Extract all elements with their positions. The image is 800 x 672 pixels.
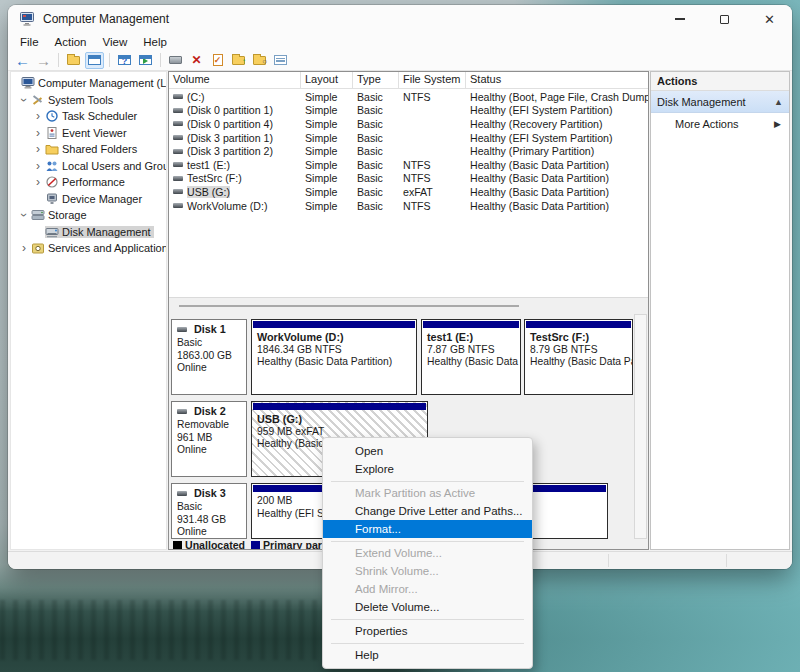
tree-item-label: Device Manager <box>62 193 142 205</box>
horizontal-scrollbar[interactable] <box>169 297 648 314</box>
tree-item-event-viewer[interactable]: › Event Viewer <box>11 125 166 142</box>
disk-icon <box>177 327 187 332</box>
close-button[interactable]: ✕ <box>747 5 792 33</box>
volume-layout: Simple <box>301 132 353 144</box>
volume-type: Basic <box>353 159 399 171</box>
folder-search-icon[interactable]: ○ <box>250 52 269 69</box>
disk-1-row: Disk 1 Basic 1863.00 GB Online WorkVolum… <box>171 319 633 395</box>
volume-name: WorkVolume (D:) <box>187 200 267 212</box>
delete-icon[interactable]: ✕ <box>187 52 206 69</box>
volume-row-disk3-p2[interactable]: (Disk 3 partition 2) Simple Basic Health… <box>169 144 648 158</box>
volume-row-disk0-p4[interactable]: (Disk 0 partition 4) Simple Basic Health… <box>169 117 648 131</box>
tree-item-services-applications[interactable]: › Services and Applications <box>11 240 166 257</box>
chevron-right-icon[interactable]: › <box>31 126 45 140</box>
volume-row-usb[interactable]: USB (G:) Simple Basic exFAT Healthy (Bas… <box>169 185 648 199</box>
chevron-right-icon[interactable]: › <box>31 159 45 173</box>
forward-arrow-icon[interactable]: → <box>34 52 53 69</box>
attach-vhd-drive-icon[interactable] <box>166 52 185 69</box>
menu-item-delete-volume[interactable]: Delete Volume... <box>323 598 532 616</box>
tree-item-disk-management[interactable]: Disk Management <box>11 224 166 241</box>
up-level-folder-icon[interactable] <box>64 52 83 69</box>
column-layout[interactable]: Layout <box>301 72 353 88</box>
column-file-system[interactable]: File System <box>399 72 466 88</box>
vertical-scrollbar[interactable] <box>634 314 647 539</box>
drive-icon <box>173 162 183 167</box>
chevron-right-icon[interactable]: › <box>31 109 45 123</box>
volume-row-disk3-p1[interactable]: (Disk 3 partition 1) Simple Basic Health… <box>169 131 648 145</box>
more-actions-item[interactable]: More Actions ▶ <box>651 113 789 134</box>
app-icon <box>20 12 35 26</box>
menu-separator <box>331 481 524 482</box>
volume-type: Basic <box>353 91 399 103</box>
chevron-right-icon[interactable]: › <box>31 142 45 156</box>
column-type[interactable]: Type <box>353 72 399 88</box>
actions-group-label: Disk Management <box>657 96 746 108</box>
volume-name: (Disk 0 partition 1) <box>187 104 273 116</box>
menu-item-format[interactable]: Format... <box>323 520 532 538</box>
chevron-right-icon[interactable]: › <box>31 175 45 189</box>
titlebar[interactable]: Computer Management ✕ <box>8 5 792 33</box>
chevron-down-icon[interactable]: › <box>17 208 31 222</box>
menu-view[interactable]: View <box>95 35 136 49</box>
volume-row-disk0-p1[interactable]: (Disk 0 partition 1) Simple Basic Health… <box>169 104 648 118</box>
volume-layout: Simple <box>301 145 353 157</box>
volume-type: Basic <box>353 186 399 198</box>
tree-item-label: Disk Management <box>62 226 151 238</box>
partition-name: USB (G:) <box>257 413 422 426</box>
scrollbar-thumb[interactable] <box>179 305 519 307</box>
disk-1-label[interactable]: Disk 1 Basic 1863.00 GB Online <box>171 319 247 395</box>
drive-icon <box>173 189 183 194</box>
disk-3-label[interactable]: Disk 3 Basic 931.48 GB Online <box>171 483 247 539</box>
tree-item-shared-folders[interactable]: › Shared Folders <box>11 141 166 158</box>
volume-row-test1[interactable]: test1 (E:) Simple Basic NTFS Healthy (Ba… <box>169 158 648 172</box>
disk-icon <box>177 491 187 496</box>
console-tree-toggle-icon[interactable] <box>85 52 104 69</box>
collapse-arrow-icon[interactable]: ▲ <box>774 97 783 107</box>
event-viewer-icon <box>45 127 59 139</box>
column-status[interactable]: Status <box>466 72 648 88</box>
new-window-icon[interactable] <box>136 52 155 69</box>
menu-item-change-drive-letter[interactable]: Change Drive Letter and Paths... <box>323 502 532 520</box>
menu-item-explore[interactable]: Explore <box>323 460 532 478</box>
menu-action[interactable]: Action <box>47 35 95 49</box>
tree-item-system-tools[interactable]: › System Tools <box>11 92 166 109</box>
disk-size: 931.48 GB <box>177 514 246 527</box>
tree-item-label: Performance <box>62 176 125 188</box>
details-list-icon[interactable] <box>271 52 290 69</box>
volume-row-c[interactable]: (C:) Simple Basic NTFS Healthy (Boot, Pa… <box>169 90 648 104</box>
folder-up-icon[interactable]: ↑ <box>229 52 248 69</box>
disk-2-label[interactable]: Disk 2 Removable 961 MB Online <box>171 401 247 477</box>
volume-name-selected: USB (G:) <box>187 186 230 198</box>
maximize-button[interactable] <box>702 5 747 33</box>
volume-row-testsrc[interactable]: TestSrc (F:) Simple Basic NTFS Healthy (… <box>169 172 648 186</box>
menu-item-help[interactable]: Help <box>323 646 532 664</box>
back-arrow-icon[interactable]: ← <box>13 52 32 69</box>
minimize-button[interactable] <box>657 5 702 33</box>
help-icon[interactable]: ? <box>115 52 134 69</box>
tree-item-local-users-groups[interactable]: › Local Users and Groups <box>11 158 166 175</box>
partition-test1[interactable]: test1 (E:) 7.87 GB NTFS Healthy (Basic D… <box>421 319 521 395</box>
tree-item-performance[interactable]: › Performance <box>11 174 166 191</box>
menu-file[interactable]: File <box>12 35 47 49</box>
partition-workvolume[interactable]: WorkVolume (D:) 1846.34 GB NTFS Healthy … <box>251 319 417 395</box>
menu-item-properties[interactable]: Properties <box>323 622 532 640</box>
chevron-down-icon[interactable]: › <box>17 93 31 107</box>
chevron-right-icon[interactable]: › <box>17 241 31 255</box>
menu-help[interactable]: Help <box>135 35 175 49</box>
tree-item-label: Computer Management (Local) <box>38 77 167 89</box>
tree-item-storage[interactable]: › Storage <box>11 207 166 224</box>
tree-item-device-manager[interactable]: Device Manager <box>11 191 166 208</box>
actions-group-disk-management[interactable]: Disk Management ▲ <box>651 91 789 113</box>
menu-item-open[interactable]: Open <box>323 442 532 460</box>
tree-item-computer-management[interactable]: Computer Management (Local) <box>11 75 166 92</box>
partition-testsrc[interactable]: TestSrc (F:) 8.79 GB NTFS Healthy (Basic… <box>524 319 633 395</box>
volume-row-workvolume[interactable]: WorkVolume (D:) Simple Basic NTFS Health… <box>169 199 648 213</box>
partition-size: 7.87 GB NTFS <box>427 344 515 357</box>
column-volume[interactable]: Volume <box>169 72 301 88</box>
volume-layout: Simple <box>301 118 353 130</box>
properties-check-icon[interactable]: ✓ <box>208 52 227 69</box>
tree-item-task-scheduler[interactable]: › Task Scheduler <box>11 108 166 125</box>
volume-name: (Disk 3 partition 2) <box>187 145 273 157</box>
toolbar: ← → ? ✕ ✓ ↑ ○ <box>8 50 792 71</box>
volume-name: (Disk 0 partition 4) <box>187 118 273 130</box>
